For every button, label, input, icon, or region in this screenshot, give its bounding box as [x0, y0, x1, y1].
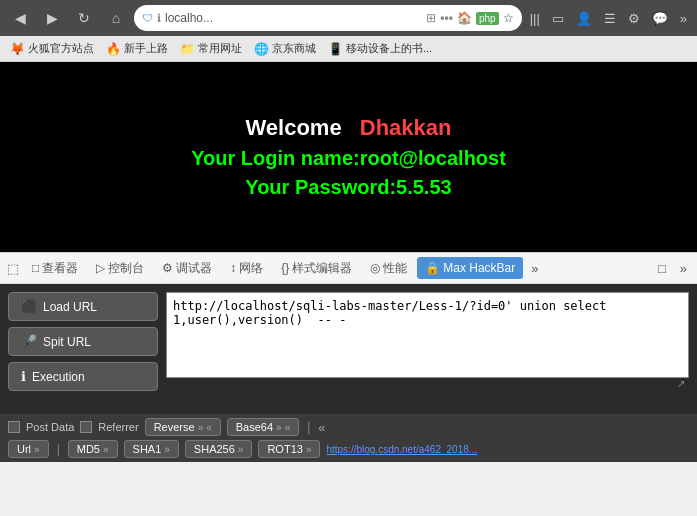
network-tab-label: 网络	[239, 260, 263, 277]
sha1-button[interactable]: SHA1 »	[124, 440, 179, 458]
bookmark-mobile[interactable]: 📱 移动设备上的书...	[324, 39, 436, 58]
perf-tab-label: 性能	[383, 260, 407, 277]
bookmark-label: 火狐官方站点	[28, 41, 94, 56]
hackbar-url-area: ↗	[166, 292, 689, 391]
reverse-button[interactable]: Reverse » «	[145, 418, 221, 436]
base64-arrow2: «	[285, 422, 291, 433]
bookmark-common[interactable]: 📁 常用网址	[176, 39, 246, 58]
style-tab-icon: {}	[281, 261, 289, 275]
reverse-label: Reverse	[154, 421, 195, 433]
tab-performance[interactable]: ◎ 性能	[362, 256, 415, 281]
nav-right-icons: ||| ▭ 👤 ☰ ⚙ 💬 »	[526, 9, 691, 28]
spit-url-icon: 🎤	[21, 334, 37, 349]
bookmarks-bar: 🦊 火狐官方站点 🔥 新手上路 📁 常用网址 🌐 京东商城 📱 移动设备上的书.…	[0, 36, 697, 62]
inspector-icon[interactable]: ⬚	[4, 258, 22, 279]
tab-hackbar[interactable]: 🔒 Max HackBar	[417, 257, 523, 279]
menu-icon[interactable]: ☰	[600, 9, 620, 28]
execution-label: Execution	[32, 370, 85, 384]
network-tab-icon: ↕	[230, 261, 236, 275]
devtools-expand[interactable]: »	[674, 259, 693, 278]
sha256-label: SHA256	[194, 443, 235, 455]
bookmark-huohu[interactable]: 🦊 火狐官方站点	[6, 39, 98, 58]
rot13-arrow: »	[306, 444, 312, 455]
execution-button[interactable]: ℹ Execution	[8, 362, 158, 391]
tab-console[interactable]: ▷ 控制台	[88, 256, 152, 281]
hackbar-row-2: Url » | MD5 » SHA1 » SHA256 » ROT13 » ht…	[8, 440, 689, 458]
spit-url-button[interactable]: 🎤 Spit URL	[8, 327, 158, 356]
hackbar-bottom-toolbar: Post Data Referrer Reverse » « Base64 » …	[0, 414, 697, 462]
bookmark-label: 移动设备上的书...	[346, 41, 432, 56]
base64-button[interactable]: Base64 » «	[227, 418, 299, 436]
extension-badge: php	[476, 12, 499, 25]
debugger-tab-label: 调试器	[176, 260, 212, 277]
back-button[interactable]: ◀	[6, 4, 34, 32]
profile-icon[interactable]: 👤	[572, 9, 596, 28]
hackbar-main: ⬛ Load URL 🎤 Spit URL ℹ Execution ↗	[8, 292, 689, 391]
url-label: Url	[17, 443, 31, 455]
bookmark-label: 新手上路	[124, 41, 168, 56]
forward-button[interactable]: ▶	[38, 4, 66, 32]
dots-menu[interactable]: •••	[440, 11, 453, 25]
md5-arrow: »	[103, 444, 109, 455]
lock-icon: 🛡	[142, 12, 153, 24]
tab-network[interactable]: ↕ 网络	[222, 256, 271, 281]
spit-url-label: Spit URL	[43, 335, 91, 349]
tab-inspector[interactable]: □ 查看器	[24, 256, 86, 281]
separator1: |	[305, 420, 312, 434]
base64-arrow: »	[276, 422, 282, 433]
reverse-arrow: »	[198, 422, 204, 433]
perf-tab-icon: ◎	[370, 261, 380, 275]
page-content: Welcome Dhakkan Your Login name:root@loc…	[0, 62, 697, 252]
home-button[interactable]: ⌂	[102, 4, 130, 32]
bookmark-jd[interactable]: 🌐 京东商城	[250, 39, 320, 58]
welcome-text: Welcome	[245, 115, 341, 140]
grid-icon: ⊞	[426, 11, 436, 25]
chat-icon[interactable]: 💬	[648, 9, 672, 28]
hackbar-url-input[interactable]	[166, 292, 689, 378]
devtools-panel-toggle[interactable]: □	[652, 259, 672, 278]
console-tab-icon: ▷	[96, 261, 105, 275]
separator2: |	[55, 442, 62, 456]
bookmarks-icon[interactable]: |||	[526, 9, 544, 28]
referrer-checkbox[interactable]	[80, 421, 92, 433]
tab-debugger[interactable]: ⚙ 调试器	[154, 256, 220, 281]
load-url-button[interactable]: ⬛ Load URL	[8, 292, 158, 321]
home-icon2: 🏠	[457, 11, 472, 25]
devtools-toolbar: ⬚ □ 查看器 ▷ 控制台 ⚙ 调试器 ↕ 网络 {} 样式编辑器 ◎ 性能 🔒…	[0, 252, 697, 284]
welcome-name: Dhakkan	[360, 115, 452, 140]
url-button[interactable]: Url »	[8, 440, 49, 458]
bookmark-label: 常用网址	[198, 41, 242, 56]
navigation-bar: ◀ ▶ ↻ ⌂ 🛡 ℹ localho... ⊞ ••• 🏠 php ☆ |||…	[0, 0, 697, 36]
address-bar[interactable]: 🛡 ℹ localho... ⊞ ••• 🏠 php ☆	[134, 5, 522, 31]
devtools-more-button[interactable]: »	[525, 259, 544, 278]
sha256-button[interactable]: SHA256 »	[185, 440, 253, 458]
blog-link[interactable]: https://blog.csdn.net/a462_2018...	[326, 444, 477, 455]
referrer-label: Referrer	[98, 421, 138, 433]
refresh-button[interactable]: ↻	[70, 4, 98, 32]
welcome-line: Welcome Dhakkan	[245, 115, 451, 141]
bookmark-newbie[interactable]: 🔥 新手上路	[102, 39, 172, 58]
fire-icon: 🔥	[106, 42, 121, 56]
rot13-button[interactable]: ROT13 »	[258, 440, 320, 458]
style-tab-label: 样式编辑器	[292, 260, 352, 277]
login-info: Your Login name:root@localhost	[191, 147, 506, 170]
cog-icon[interactable]: ⚙	[624, 9, 644, 28]
left-arrow1: «	[318, 420, 325, 435]
sha1-arrow: »	[164, 444, 170, 455]
md5-label: MD5	[77, 443, 100, 455]
rot13-label: ROT13	[267, 443, 302, 455]
window-icon[interactable]: ▭	[548, 9, 568, 28]
md5-button[interactable]: MD5 »	[68, 440, 118, 458]
base64-label: Base64	[236, 421, 273, 433]
hackbar-area: ⬛ Load URL 🎤 Spit URL ℹ Execution ↗	[0, 284, 697, 414]
tab-style-editor[interactable]: {} 样式编辑器	[273, 256, 360, 281]
post-data-label: Post Data	[26, 421, 74, 433]
url-display: localho...	[165, 11, 422, 25]
hackbar-buttons: ⬛ Load URL 🎤 Spit URL ℹ Execution	[8, 292, 158, 391]
globe-icon: 🌐	[254, 42, 269, 56]
star-icon[interactable]: ☆	[503, 11, 514, 25]
bookmark-label: 京东商城	[272, 41, 316, 56]
post-data-checkbox[interactable]	[8, 421, 20, 433]
more-icon[interactable]: »	[676, 9, 691, 28]
sha256-arrow: »	[238, 444, 244, 455]
